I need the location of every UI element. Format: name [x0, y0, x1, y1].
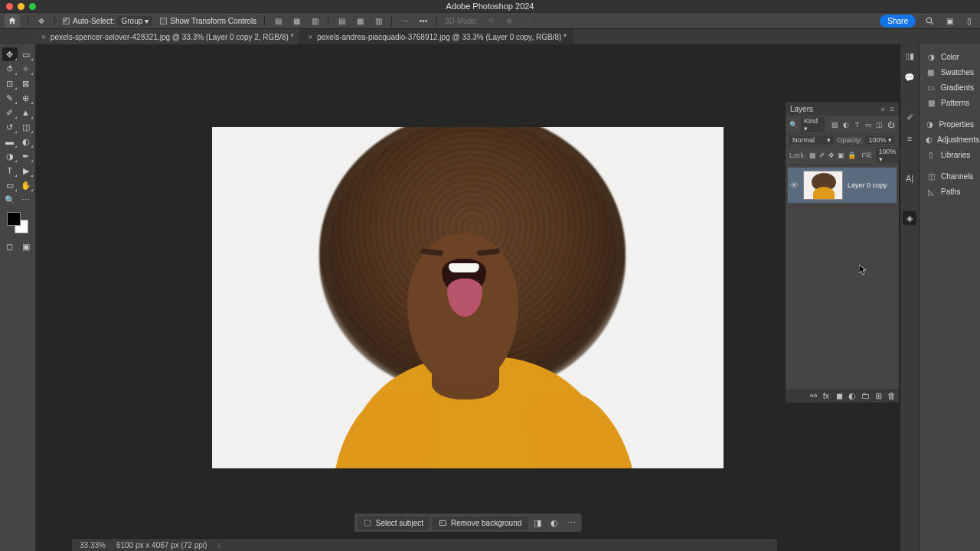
pen-tool[interactable]: ✒	[18, 149, 34, 163]
align-top-icon[interactable]: ▤	[336, 15, 347, 26]
rectangle-tool[interactable]: ▭	[2, 178, 18, 192]
layer-row[interactable]: 👁 Layer 0 copy	[788, 168, 897, 203]
auto-select-checkbox[interactable]	[63, 18, 70, 24]
move-tool-icon[interactable]: ✥	[36, 15, 47, 26]
hand-tool[interactable]: ✋	[18, 178, 34, 192]
align-center-h-icon[interactable]: ▦	[291, 15, 302, 26]
lock-all-icon[interactable]: 🔒	[848, 151, 856, 160]
arrange-docs-icon[interactable]: ▯	[963, 15, 975, 27]
distribute-icon[interactable]: ⋯	[400, 15, 410, 26]
move-tool[interactable]: ✥	[2, 47, 18, 61]
share-button[interactable]: Share	[880, 15, 916, 28]
zoom-value[interactable]: 33.33%	[80, 541, 106, 549]
panel-menu-icon[interactable]: ≡	[890, 105, 894, 113]
character-icon[interactable]: A|	[903, 171, 916, 185]
close-window[interactable]	[6, 3, 13, 10]
foreground-color[interactable]	[7, 212, 21, 226]
show-transform-checkbox[interactable]	[160, 18, 167, 24]
align-left-icon[interactable]: ▤	[273, 15, 283, 26]
close-tab-icon[interactable]: ×	[308, 33, 312, 41]
zoom-tool[interactable]: 🔍	[2, 193, 18, 207]
paths-panel-tab[interactable]: ◺Paths	[920, 184, 980, 199]
align-bottom-icon[interactable]: ▥	[373, 15, 384, 26]
frame-tool[interactable]: ⊠	[18, 77, 34, 90]
document-canvas[interactable]	[212, 127, 724, 468]
align-right-icon[interactable]: ▥	[309, 15, 320, 26]
layer-fx-icon[interactable]: fx	[822, 391, 831, 400]
eyedropper-tool[interactable]: ✎	[2, 91, 18, 105]
lock-position-icon[interactable]: ✥	[828, 151, 835, 160]
artboard-tool[interactable]: ▭	[18, 47, 34, 61]
fill-value[interactable]: 100% ▾	[876, 148, 900, 163]
adjustments-panel-tab[interactable]: ◐Adjustments	[920, 132, 980, 147]
lock-transparent-icon[interactable]: ▩	[809, 151, 816, 160]
group-icon[interactable]: 🗀	[861, 391, 870, 400]
layers-dock-icon[interactable]: ◈	[903, 211, 916, 225]
minimize-window[interactable]	[18, 3, 24, 10]
filter-toggle-icon[interactable]: ⏻	[887, 120, 895, 129]
opacity-value[interactable]: 100% ▾	[865, 136, 895, 144]
adjustment-layer-icon[interactable]: ◐	[848, 391, 857, 400]
layer-name[interactable]: Layer 0 copy	[848, 181, 887, 189]
document-tab[interactable]: × pexels-spencer-selover-428321.jpg @ 33…	[34, 29, 300, 44]
layers-panel-header[interactable]: Layers » ≡	[786, 102, 899, 116]
path-select-tool[interactable]: ▶	[18, 164, 34, 178]
maximize-window[interactable]	[29, 3, 36, 10]
document-tab[interactable]: × pexels-andrea-piacquadio-3768912.jpg @…	[300, 29, 573, 44]
gradients-panel-tab[interactable]: ▭Gradients	[920, 80, 980, 95]
color-swatches[interactable]	[7, 212, 28, 233]
status-chevron-icon[interactable]: ›	[217, 541, 220, 549]
home-button[interactable]	[5, 14, 20, 28]
quick-mask-icon[interactable]: ◻	[2, 240, 18, 253]
filter-adjust-icon[interactable]: ◐	[841, 120, 850, 129]
histogram-icon[interactable]: ▯▮	[903, 49, 916, 63]
adjustments-icon[interactable]: ≡	[903, 132, 916, 145]
lasso-tool[interactable]: ⥀	[2, 62, 18, 76]
filter-type-icon[interactable]: T	[853, 120, 861, 129]
type-tool[interactable]: T	[2, 164, 18, 178]
eraser-tool[interactable]: ◫	[18, 120, 34, 134]
properties-panel-tab[interactable]: ◑Properties	[920, 116, 980, 132]
gradient-tool[interactable]: ▬	[2, 135, 18, 148]
stamp-tool[interactable]: ▲	[18, 106, 34, 119]
align-center-v-icon[interactable]: ▦	[354, 15, 365, 26]
channels-panel-tab[interactable]: ◫Channels	[920, 168, 980, 184]
brush-tool[interactable]: ✐	[2, 106, 18, 119]
dodge-tool[interactable]: ◑	[2, 149, 18, 163]
swatches-panel-tab[interactable]: ▦Swatches	[920, 64, 980, 80]
transform-icon[interactable]: ◨	[531, 516, 544, 530]
healing-tool[interactable]: ⊕	[18, 91, 34, 105]
blur-tool[interactable]: ◐	[18, 135, 34, 148]
doc-dimensions[interactable]: 6100 px x 4067 px (72 ppi)	[116, 541, 207, 549]
search-icon[interactable]: 🔍	[789, 120, 798, 129]
new-layer-icon[interactable]: ⊞	[874, 391, 883, 400]
link-layers-icon[interactable]: ⚯	[808, 391, 818, 400]
patterns-panel-tab[interactable]: ▩Patterns	[920, 95, 980, 110]
properties-icon[interactable]: ◐	[547, 516, 561, 530]
lock-artboard-icon[interactable]: ▣	[838, 151, 844, 160]
filter-pixel-icon[interactable]: ▧	[831, 120, 839, 129]
layers-panel[interactable]: Layers » ≡ 🔍 Kind ▾ ▧ ◐ T ▭ ◫ ⏻ Normal ▾…	[785, 101, 900, 403]
blend-mode-select[interactable]: Normal ▾	[789, 136, 834, 144]
magic-wand-tool[interactable]: ✧	[18, 62, 34, 76]
search-icon[interactable]	[923, 15, 936, 27]
lock-pixels-icon[interactable]: ✐	[819, 151, 825, 160]
remove-background-button[interactable]: Remove background	[433, 517, 528, 530]
auto-select-target[interactable]: Group▾	[117, 16, 152, 26]
libraries-panel-tab[interactable]: ▯Libraries	[920, 147, 980, 162]
visibility-toggle-icon[interactable]: 👁	[789, 181, 799, 190]
filter-smart-icon[interactable]: ◫	[876, 120, 884, 129]
layer-thumbnail[interactable]	[803, 171, 843, 200]
comments-icon[interactable]: 💬	[903, 70, 916, 84]
screen-mode-icon[interactable]: ▣	[18, 240, 34, 253]
workspace-switcher-icon[interactable]: ▣	[943, 15, 956, 27]
delete-layer-icon[interactable]: 🗑	[887, 391, 896, 400]
edit-toolbar[interactable]: ⋯	[18, 193, 34, 207]
close-tab-icon[interactable]: ×	[41, 33, 46, 41]
layer-mask-icon[interactable]: ◼	[835, 391, 844, 400]
crop-tool[interactable]: ⊡	[2, 77, 18, 90]
brush-settings-icon[interactable]: ✐	[903, 110, 916, 124]
auto-select-group[interactable]: Auto-Select: Group▾	[63, 16, 152, 26]
show-transform-group[interactable]: Show Transform Controls	[160, 17, 256, 25]
filter-kind[interactable]: Kind ▾	[801, 117, 825, 132]
